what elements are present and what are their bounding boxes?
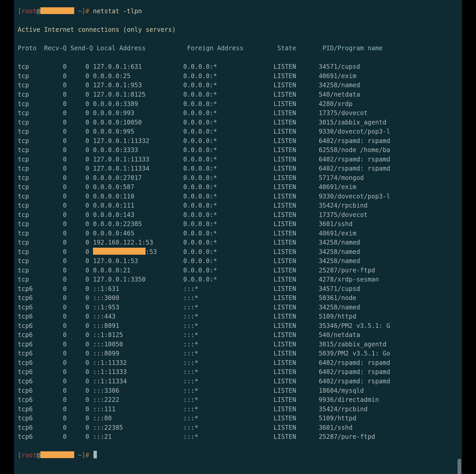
col-proto: Proto (18, 44, 40, 53)
col-sendq: Send-Q (70, 44, 97, 53)
prompt-user: root (21, 8, 36, 15)
table-row: tcp000.0.0.0:250.0.0.0:*LISTEN40691/exim (18, 72, 458, 81)
table-row: tcp00:530.0.0.0:*LISTEN34258/named (18, 247, 458, 257)
table-row: tcp600::1:11334:::*LISTEN6402/rspamd: rs… (18, 377, 458, 386)
scrollbar[interactable] (458, 459, 461, 474)
table-row: tcp000.0.0.0:100500.0.0.0:*LISTEN3015/za… (18, 118, 458, 127)
redacted-hostname (40, 451, 74, 458)
redacted-hostname (40, 7, 74, 14)
table-row: tcp600::1:11332:::*LISTEN6402/rspamd: rs… (18, 358, 458, 368)
table-row: tcp00127.0.0.1:113320.0.0.0:*LISTEN6402/… (18, 136, 458, 146)
table-row: tcp600:::3000:::*LISTEN50361/node (18, 294, 458, 303)
prompt-hash: # (85, 8, 89, 15)
col-recvq: Recv-Q (40, 44, 67, 53)
output-rows: tcp00127.0.0.1:6310.0.0.0:*LISTEN34571/c… (18, 62, 458, 441)
table-row: tcp000.0.0.0:4650.0.0.0:*LISTEN40691/exi… (18, 229, 458, 238)
table-row: tcp600:::22385:::*LISTEN3601/sshd (18, 423, 458, 433)
table-row: tcp000.0.0.0:270170.0.0.0:*LISTEN57174/m… (18, 173, 458, 183)
table-row: tcp000.0.0.0:9930.0.0.0:*LISTEN17375/dov… (18, 109, 458, 118)
table-row: tcp000.0.0.0:1100.0.0.0:*LISTEN9330/dove… (18, 192, 458, 201)
table-row: tcp00127.0.0.1:113340.0.0.0:*LISTEN6402/… (18, 164, 458, 173)
table-row: tcp00127.0.0.1:33500.0.0.0:*LISTEN4278/x… (18, 275, 458, 284)
col-pid: PID/Program name (322, 44, 383, 53)
terminal-window: Bao's MacbookPro ⌥⌘1 [root@ ~]# netstat … (14, 0, 462, 474)
prompt-close-bracket: ] (82, 8, 85, 15)
table-row: tcp600::1:953:::*LISTEN34258/named (18, 303, 458, 312)
table-row: tcp600:::111:::*LISTEN35424/rpcbind (18, 405, 458, 414)
table-row: tcp000.0.0.0:1110.0.0.0:*LISTEN35424/rpc… (18, 201, 458, 210)
table-row: tcp000.0.0.0:1430.0.0.0:*LISTEN17375/dov… (18, 210, 458, 220)
table-row: tcp600::1:11333:::*LISTEN6402/rspamd: rs… (18, 367, 458, 377)
table-row: tcp600:::8099:::*LISTEN5039/PM2 v3.5.1: … (18, 349, 458, 358)
prompt-line-1: [root@ ~]# netstat -tlpn (18, 7, 458, 16)
prompt-open-bracket: [ (18, 8, 21, 15)
table-row: tcp000.0.0.0:9950.0.0.0:*LISTEN9330/dove… (18, 127, 458, 136)
table-row: tcp00127.0.0.1:113330.0.0.0:*LISTEN6402/… (18, 155, 458, 164)
output-header: Active Internet connections (only server… (18, 25, 458, 35)
table-row: tcp600::1:631:::*LISTEN34571/cupsd (18, 284, 458, 294)
table-row: tcp00192.168.122.1:530.0.0.0:*LISTEN3425… (18, 238, 458, 247)
table-row: tcp00127.0.0.1:530.0.0.0:*LISTEN34258/na… (18, 257, 458, 266)
col-state: State (277, 44, 322, 53)
table-row: tcp600:::8091:::*LISTEN35346/PM2 v3.5.1:… (18, 321, 458, 331)
cursor-icon (93, 451, 97, 458)
prompt-at: @ (36, 8, 40, 15)
table-row: tcp00127.0.0.1:6310.0.0.0:*LISTEN34571/c… (18, 62, 458, 72)
redacted-ip (93, 248, 146, 254)
prompt-cwd: ~ (78, 8, 82, 15)
table-row: tcp600:::2222:::*LISTEN9936/directadmin (18, 395, 458, 405)
table-row: tcp600::1:8125:::*LISTEN540/netdata (18, 330, 458, 340)
table-row: tcp000.0.0.0:210.0.0.0:*LISTEN25287/pure… (18, 266, 458, 275)
col-local: Local Address (97, 44, 187, 53)
column-headers: ProtoRecv-Q Send-QLocal AddressForeign A… (18, 44, 458, 53)
table-row: tcp600:::3306:::*LISTEN18604/mysqld (18, 386, 458, 396)
table-row: tcp000.0.0.0:33890.0.0.0:*LISTEN4280/xrd… (18, 99, 458, 109)
prompt-line-2: [root@ ~]# (18, 451, 458, 460)
command-text: netstat -tlpn (93, 8, 142, 15)
table-row: tcp000.0.0.0:5870.0.0.0:*LISTEN40691/exi… (18, 183, 458, 192)
table-row: tcp00127.0.0.1:81250.0.0.0:*LISTEN540/ne… (18, 90, 458, 99)
table-row: tcp600:::443:::*LISTEN5109/httpd (18, 312, 458, 321)
col-foreign: Foreign Address (187, 44, 277, 53)
table-row: tcp000.0.0.0:223850.0.0.0:*LISTEN3601/ss… (18, 220, 458, 229)
table-row: tcp600:::21:::*LISTEN25287/pure-ftpd (18, 432, 458, 442)
table-row: tcp000.0.0.0:33330.0.0.0:*LISTEN62558/no… (18, 146, 458, 155)
table-row: tcp600:::10050:::*LISTEN3015/zabbix_agen… (18, 340, 458, 349)
table-row: tcp600:::80:::*LISTEN5109/httpd (18, 414, 458, 423)
terminal-body[interactable]: [root@ ~]# netstat -tlpn Active Internet… (14, 0, 462, 474)
table-row: tcp00127.0.0.1:9530.0.0.0:*LISTEN34258/n… (18, 81, 458, 90)
